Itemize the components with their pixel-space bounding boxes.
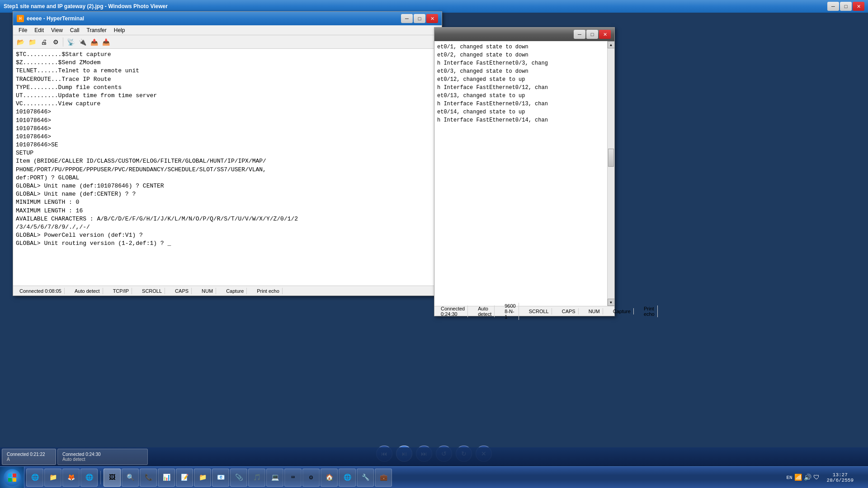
scroll2-thumb[interactable] — [608, 149, 614, 167]
hyper-terminal-2-minimize[interactable]: ─ — [574, 30, 585, 39]
status2-caps: CAPS — [559, 308, 579, 314]
browser-icon: 🌐 — [343, 473, 352, 482]
photo-viewer-maximize[interactable]: □ — [840, 2, 852, 11]
hyper-terminal-1-content[interactable]: $TC..........$Start capture$Z..........$… — [13, 49, 434, 286]
status-caps: CAPS — [172, 288, 192, 294]
scroll2-down-arrow[interactable]: ▼ — [608, 299, 615, 306]
hyper-terminal-2-statusbar: Connected 0:24:30 Auto detect 9600 8-N-1… — [434, 306, 614, 316]
tray-volume-icon: 🔊 — [804, 474, 811, 481]
taskbar-notes-icon[interactable]: 📧 — [212, 469, 229, 487]
taskbar-media-icon[interactable]: 🎵 — [248, 469, 265, 487]
photo-viewer-close[interactable]: ✕ — [853, 2, 864, 11]
svg-rect-1 — [13, 474, 16, 477]
bottom-terminal-1-item[interactable]: Connected 0:21:22 A — [2, 449, 56, 465]
status2-connected: Connected 0:24:30 — [438, 305, 468, 317]
terminal-line: 101078646> — [16, 117, 432, 125]
excel-icon: 📊 — [162, 473, 171, 482]
start-button[interactable] — [0, 467, 24, 488]
hyper-terminal-window-2: ─ □ ✕ et0/1, changed state to downet0/2,… — [434, 27, 615, 316]
taskbar-browser-icon[interactable]: 🌐 — [339, 469, 356, 487]
app-icon: ⚙ — [307, 473, 316, 482]
photo-viewer-title: Step1 site name and IP gateway (2).jpg -… — [4, 3, 827, 9]
toolbar-open[interactable]: 📁 — [27, 37, 38, 47]
files-icon: 📁 — [198, 473, 207, 482]
hyper-terminal-2-scrollbar[interactable]: ▲ ▼ — [607, 41, 614, 306]
terminal-line: et0/12, changed state to up — [437, 75, 604, 84]
menu-view[interactable]: View — [47, 26, 66, 34]
taskbar-ie-icon[interactable]: 🌐 — [26, 469, 43, 487]
terminal-line: Item (BRIDGE/CALLER ID/CLASS/CUSTOM/ELOG… — [16, 157, 432, 165]
taskbar-ppt-icon[interactable]: 📎 — [230, 469, 247, 487]
hyper-terminal-window-1: H eeeee - HyperTerminal ─ □ ✕ File Edit … — [13, 11, 442, 296]
menu-call[interactable]: Call — [66, 26, 83, 34]
status2-scroll: SCROLL — [526, 308, 552, 314]
taskbar-putty-icon[interactable]: 💻 — [266, 469, 283, 487]
terminal-line: UT..........Update time from time server — [16, 92, 432, 100]
toolbar-disconnect[interactable]: 🔌 — [77, 37, 88, 47]
terminal-line: MINIMUM LENGTH : 0 — [16, 198, 432, 206]
hyper-terminal-2-content[interactable]: et0/1, changed state to downet0/2, chang… — [434, 41, 607, 306]
menu-transfer[interactable]: Transfer — [83, 26, 110, 34]
taskbar-windows-icon[interactable]: 💼 — [375, 469, 392, 487]
terminal-line: MAXIMUM LENGTH : 16 — [16, 207, 432, 215]
menu-edit[interactable]: Edit — [31, 26, 47, 34]
taskbar-tool-icon[interactable]: 🔧 — [357, 469, 374, 487]
bottom-terminal-2-item[interactable]: Connected 0:24:30 Auto detect — [57, 449, 148, 465]
status-print-echo: Print echo — [254, 288, 283, 294]
terminal-line: TRACEROUTE...Trace IP Route — [16, 75, 432, 84]
taskbar-skype-icon[interactable]: 📞 — [140, 469, 157, 487]
taskbar-files-icon[interactable]: 📁 — [194, 469, 211, 487]
photo-viewer-controls: ─ □ ✕ — [827, 2, 864, 11]
taskbar-photo-viewer-button[interactable]: 🖼 — [104, 469, 121, 487]
toolbar-send[interactable]: 📤 — [89, 37, 99, 47]
hyper-terminal-2-maximize[interactable]: □ — [586, 30, 598, 39]
skype-icon: 📞 — [144, 473, 153, 482]
taskbar-hyper-icon[interactable]: 🏠 — [321, 469, 338, 487]
toolbar-receive[interactable]: 📥 — [100, 37, 111, 47]
scroll2-track[interactable] — [608, 48, 614, 299]
toolbar-properties[interactable]: ⚙ — [50, 37, 61, 47]
terminal-line: h Interface FastEthernet0/14, chan — [437, 116, 604, 124]
taskbar-clock[interactable]: 13:27 28/6/2559 — [823, 472, 857, 483]
taskbar-right: EN 📶 🔊 🛡 13:27 28/6/2559 — [783, 469, 868, 487]
photo-viewer-minimize[interactable]: ─ — [827, 2, 839, 11]
taskbar-chrome-icon[interactable]: 🌐 — [80, 469, 98, 487]
status2-detect: Auto detect — [475, 305, 495, 317]
toolbar-connect[interactable]: 📡 — [65, 37, 76, 47]
svg-rect-0 — [8, 474, 12, 477]
toolbar-print[interactable]: 🖨 — [38, 37, 49, 47]
hyper-terminal-1-maximize[interactable]: □ — [414, 14, 425, 23]
scroll2-up-arrow[interactable]: ▲ — [608, 41, 615, 48]
clock-time: 13:27 — [833, 472, 848, 478]
terminal-line: et0/3, changed state to down — [437, 67, 604, 75]
toolbar-new[interactable]: 📂 — [15, 37, 26, 47]
show-desktop-button[interactable] — [861, 469, 864, 487]
taskbar-search-icon[interactable]: 🔍 — [122, 469, 139, 487]
svg-rect-2 — [8, 478, 12, 482]
terminal-line: GLOBAL> Unit routing version (1-2,def:1)… — [16, 239, 432, 248]
system-tray: EN 📶 🔊 🛡 — [786, 474, 819, 481]
hyper-terminal-1-title: eeeee - HyperTerminal — [27, 15, 398, 22]
taskbar-excel-icon[interactable]: 📊 — [158, 469, 175, 487]
taskbar-explorer-icon[interactable]: 📁 — [44, 469, 61, 487]
terminal-line: $Z..........$Send ZModem — [16, 59, 432, 67]
hyper-terminal-1-window-controls: ─ □ ✕ — [401, 14, 438, 23]
hyper-terminal-2-close[interactable]: ✕ — [599, 30, 611, 39]
menu-file[interactable]: File — [15, 26, 31, 34]
taskbar-word-icon[interactable]: 📝 — [176, 469, 193, 487]
terminal-line: et0/1, changed state to down — [437, 43, 604, 51]
taskbar-terminal-icon[interactable]: ⌨ — [284, 469, 302, 487]
taskbar-firefox-icon[interactable]: 🦊 — [62, 469, 80, 487]
taskbar: 🌐 📁 🦊 🌐 🖼 🔍 📞 📊 📝 📁 — [0, 466, 868, 488]
bottom-status-1: Connected 0:21:22 — [7, 452, 51, 457]
hyper-terminal-1-close[interactable]: ✕ — [426, 14, 438, 23]
hyper-terminal-1-terminal-area: $TC..........$Start capture$Z..........$… — [13, 49, 442, 286]
clock-date: 28/6/2559 — [827, 478, 854, 483]
status-scroll: SCROLL — [139, 288, 165, 294]
terminal-line: h Interface FastEthernet0/12, chan — [437, 84, 604, 92]
bottom-detect-1: A — [7, 457, 51, 462]
menu-help[interactable]: Help — [110, 26, 129, 34]
taskbar-app-icon[interactable]: ⚙ — [302, 469, 320, 487]
hyper-terminal-1-minimize[interactable]: ─ — [401, 14, 413, 23]
tray-security-icon: 🛡 — [813, 474, 820, 481]
